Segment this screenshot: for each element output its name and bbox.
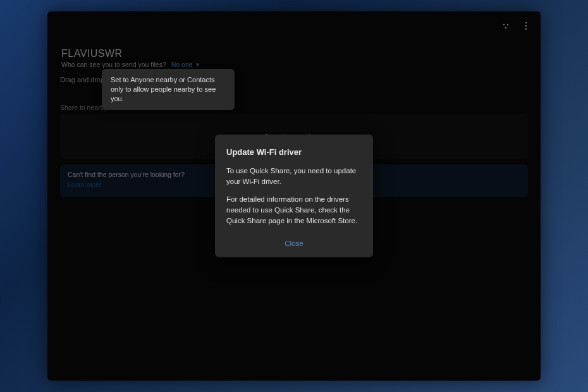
device-name: FLAVIUSWR xyxy=(61,48,528,59)
tooltip-text: Set to Anyone nearby or Contacts only to… xyxy=(111,76,216,102)
dialog-title: Update Wi-Fi driver xyxy=(226,147,362,157)
dialog-paragraph-1: To use Quick Share, you need to update y… xyxy=(226,166,362,187)
svg-point-5 xyxy=(525,28,527,30)
learn-more-link[interactable]: Learn more xyxy=(68,181,102,188)
svg-point-4 xyxy=(525,25,527,27)
svg-point-0 xyxy=(503,24,505,25)
visibility-row: Who can see you to send you files? No on… xyxy=(61,61,528,68)
visibility-tooltip: Set to Anyone nearby or Contacts only to… xyxy=(102,69,235,110)
app-window: FLAVIUSWR Who can see you to send you fi… xyxy=(47,11,541,381)
visibility-label: Who can see you to send you files? xyxy=(61,61,166,68)
update-driver-dialog: Update Wi-Fi driver To use Quick Share, … xyxy=(215,135,373,257)
header: FLAVIUSWR Who can see you to send you fi… xyxy=(61,48,528,68)
svg-point-3 xyxy=(525,22,527,24)
drag-text-prefix: Drag and drop f xyxy=(60,76,108,83)
svg-point-1 xyxy=(507,24,508,25)
visibility-selector[interactable]: No one ▼ xyxy=(171,61,200,68)
visibility-value-text: No one xyxy=(171,61,193,68)
close-button[interactable]: Close xyxy=(285,240,303,247)
refresh-icon[interactable] xyxy=(500,20,511,32)
dialog-paragraph-2: For detailed information on the drivers … xyxy=(226,194,362,226)
svg-point-2 xyxy=(505,27,506,28)
titlebar xyxy=(500,20,532,32)
dialog-body: To use Quick Share, you need to update y… xyxy=(226,166,362,226)
dialog-footer: Close xyxy=(226,237,362,248)
drag-drop-row: Drag and drop f Set to Anyone nearby or … xyxy=(60,76,528,83)
more-icon[interactable] xyxy=(520,20,532,32)
chevron-down-icon: ▼ xyxy=(195,62,200,68)
